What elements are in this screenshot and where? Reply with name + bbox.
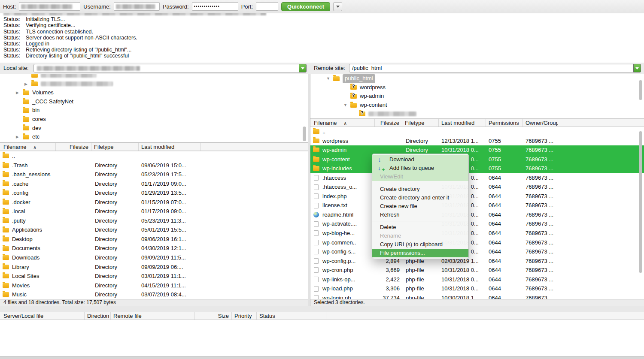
port-label: Port: xyxy=(241,3,253,10)
menu-item[interactable]: Refresh xyxy=(372,211,468,219)
file-row[interactable]: .cache Directory 01/17/2019 09:0... xyxy=(0,179,308,189)
tree-item[interactable]: ▶ Volumes xyxy=(0,88,308,97)
file-row[interactable]: Movies Directory 04/15/2019 11:1... xyxy=(0,281,308,290)
folder-icon xyxy=(3,246,9,251)
file-row[interactable]: Library Directory 09/09/2019 06:... xyxy=(0,262,308,272)
file-row[interactable]: wp-content Directory 10/31/2018 0... 075… xyxy=(310,155,644,164)
column-filesize[interactable]: Filesize xyxy=(56,143,91,151)
column-owner-group[interactable]: Owner/Group xyxy=(523,119,558,127)
password-input[interactable]: ••••••••••••• xyxy=(192,2,238,11)
file-row[interactable]: .local Directory 01/17/2019 09:0... xyxy=(0,207,308,216)
file-row[interactable]: wordpress Directory 12/13/2018 1... 0755… xyxy=(310,136,644,146)
username-input[interactable] xyxy=(114,2,160,11)
tree-item[interactable]: wp-admin xyxy=(310,92,644,101)
file-row[interactable]: readme.html 10/31/2018 0... 0644 7689673… xyxy=(310,210,644,220)
file-row[interactable]: .Trash Directory 09/06/2019 15:0... xyxy=(0,161,308,170)
disclosure-triangle-icon[interactable]: ▼ xyxy=(326,74,333,83)
column-last-modified[interactable]: Last modified xyxy=(139,143,201,151)
menu-item[interactable]: Rename xyxy=(372,232,468,240)
menu-item[interactable] xyxy=(372,183,468,183)
column-server-local-file[interactable]: Server/Local file xyxy=(0,312,85,320)
menu-item[interactable]: Create new file xyxy=(372,202,468,211)
file-row[interactable]: .docker Directory 01/15/2019 07:0... xyxy=(0,198,308,207)
column-status[interactable]: Status xyxy=(257,312,326,320)
file-row[interactable]: Music Directory 03/07/2019 08:4... xyxy=(0,290,308,299)
column-direction[interactable]: Direction xyxy=(85,312,111,320)
file-row[interactable]: .. xyxy=(0,151,308,161)
tree-item[interactable]: ▼ public_html xyxy=(310,74,644,83)
file-row[interactable]: .htaccess_o... 10/31/2018 0... 0644 7689… xyxy=(310,182,644,192)
file-row[interactable]: index.php 10/31/2018 0... 0644 7689673 .… xyxy=(310,192,644,201)
file-row[interactable]: Applications Directory 05/01/2019 15:5..… xyxy=(0,225,308,235)
menu-item[interactable]: Delete xyxy=(372,223,468,232)
tree-item[interactable]: wordpress xyxy=(310,83,644,92)
local-site-dropdown-button[interactable] xyxy=(299,64,307,72)
file-row[interactable]: wp-includes Directory 10/31/2018 0... 07… xyxy=(310,164,644,173)
file-row[interactable]: .putty Directory 05/23/2019 11:3... xyxy=(0,216,308,226)
file-row[interactable]: wp-commen.. 10/31/2018 0... 0644 7689673… xyxy=(310,238,644,247)
disclosure-triangle-icon[interactable]: ▶ xyxy=(24,80,31,89)
disclosure-triangle-icon[interactable]: ▶ xyxy=(16,133,23,142)
remote-site-dropdown-button[interactable] xyxy=(633,64,641,72)
disclosure-triangle-icon[interactable]: ▼ xyxy=(343,101,350,110)
file-row[interactable]: wp-cron.php 3,669 php-file 10/31/2018 0.… xyxy=(310,265,644,275)
menu-item[interactable]: View/Edit xyxy=(372,172,468,181)
file-row[interactable]: Downloads Directory 09/09/2019 11:5... xyxy=(0,253,308,262)
host-input[interactable] xyxy=(19,2,80,11)
menu-item[interactable]: Copy URL(s) to clipboard xyxy=(372,240,468,249)
file-row[interactable]: wp-admin Directory 10/31/2018 0... 0755 … xyxy=(310,145,644,155)
file-row[interactable]: wp-config.p... 2,894 php-file 02/03/2019… xyxy=(310,256,644,266)
file-row[interactable]: Documents Directory 04/30/2019 12:1... xyxy=(0,244,308,253)
column-last-modified[interactable]: Last modified xyxy=(439,119,486,127)
menu-item[interactable]: Add files to queue xyxy=(372,164,468,172)
menu-item[interactable]: File permissions... xyxy=(372,249,468,257)
file-type-icon xyxy=(314,203,319,208)
quickconnect-dropdown-button[interactable] xyxy=(333,2,342,11)
local-site-combo[interactable] xyxy=(33,64,307,72)
tree-item[interactable]: _CCC SafetyNet xyxy=(0,97,308,106)
remote-list-scrollbar[interactable] xyxy=(639,131,642,273)
file-row[interactable]: wp-blog-he... 10/31/2018 0... 0644 76896… xyxy=(310,229,644,238)
file-row[interactable]: .config Directory 01/29/2019 13:5... xyxy=(0,188,308,198)
remote-tree-scrollbar[interactable] xyxy=(639,80,642,100)
file-row[interactable]: .. xyxy=(310,127,644,136)
folder-icon xyxy=(3,163,9,168)
tree-item[interactable]: cores xyxy=(0,115,308,124)
local-tree-scrollbar[interactable] xyxy=(303,127,306,141)
port-input[interactable] xyxy=(256,2,278,11)
file-row[interactable]: wp-load.php 3,306 php-file 10/31/2018 0.… xyxy=(310,284,644,293)
tree-item[interactable]: ▶ etc xyxy=(0,133,308,142)
column-filename[interactable]: Filename xyxy=(310,119,375,127)
column-remote-file[interactable]: Remote file xyxy=(111,312,195,320)
file-row[interactable]: wp-links-op... 2,422 php-file 10/31/2018… xyxy=(310,275,644,284)
disclosure-triangle-icon[interactable]: ▶ xyxy=(16,88,23,97)
menu-item[interactable] xyxy=(372,221,468,221)
tree-item[interactable] xyxy=(310,109,644,118)
tree-item[interactable]: ▼ wp-content xyxy=(310,101,644,110)
file-row[interactable]: Local Sites Directory 03/01/2019 11:1... xyxy=(0,272,308,281)
column-filesize[interactable]: Filesize xyxy=(375,119,402,127)
column-size[interactable]: Size xyxy=(195,312,232,320)
column-filename[interactable]: Filename xyxy=(0,143,56,151)
column-priority[interactable]: Priority xyxy=(232,312,257,320)
column-permissions[interactable]: Permissions xyxy=(486,119,523,127)
column-filetype[interactable]: Filetype xyxy=(91,143,139,151)
file-row[interactable]: wp-config-s... 10/31/2018 0... 0644 7689… xyxy=(310,247,644,256)
tree-item[interactable] xyxy=(0,74,308,80)
file-type-icon xyxy=(314,267,319,273)
file-row[interactable]: Desktop Directory 09/06/2019 16:1... xyxy=(0,235,308,244)
menu-item[interactable]: Download xyxy=(372,155,468,164)
menu-item[interactable]: Create directory xyxy=(372,185,468,193)
file-row[interactable]: license.txt 10/31/2018 0... 0644 7689673… xyxy=(310,201,644,210)
tree-item[interactable]: bin xyxy=(0,106,308,115)
file-row[interactable]: wp-activate.... 10/31/2018 0... 0644 768… xyxy=(310,219,644,229)
remote-site-combo[interactable]: /public_html xyxy=(349,64,641,72)
file-row[interactable]: wp-login.ph... 37,734 php-file 10/30/201… xyxy=(310,293,644,299)
menu-item[interactable]: Create directory and enter it xyxy=(372,193,468,202)
column-filetype[interactable]: Filetype xyxy=(402,119,439,127)
tree-item[interactable]: dev xyxy=(0,124,308,133)
file-row[interactable]: .bash_sessions Directory 05/23/2019 17:5… xyxy=(0,170,308,179)
quickconnect-button[interactable]: Quickconnect xyxy=(281,2,330,11)
tree-item[interactable]: ▶ xyxy=(0,80,308,89)
file-row[interactable]: .htaccess 10/31/2018 0... 0644 7689673 .… xyxy=(310,173,644,183)
